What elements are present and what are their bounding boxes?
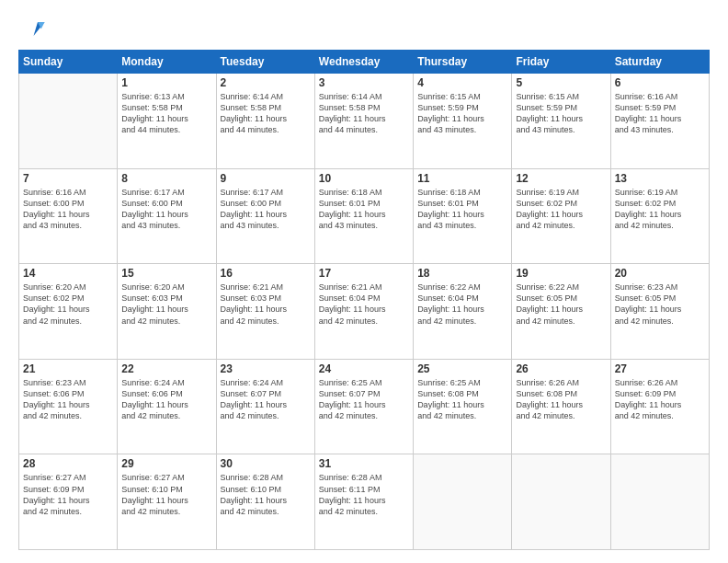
week-row-2: 7Sunrise: 6:16 AM Sunset: 6:00 PM Daylig… <box>19 168 710 264</box>
day-number: 9 <box>221 172 311 185</box>
calendar-table: SundayMondayTuesdayWednesdayThursdayFrid… <box>18 50 710 550</box>
calendar-cell: 4Sunrise: 6:15 AM Sunset: 5:59 PM Daylig… <box>414 74 512 169</box>
day-info: Sunrise: 6:28 AM Sunset: 6:10 PM Dayligh… <box>221 472 311 517</box>
calendar-cell: 27Sunrise: 6:26 AM Sunset: 6:09 PM Dayli… <box>610 359 709 454</box>
col-header-sunday: Sunday <box>19 51 118 74</box>
day-number: 1 <box>121 76 211 89</box>
calendar-cell: 8Sunrise: 6:17 AM Sunset: 6:00 PM Daylig… <box>118 168 216 264</box>
day-info: Sunrise: 6:25 AM Sunset: 6:07 PM Dayligh… <box>319 377 409 422</box>
day-number: 14 <box>23 267 113 280</box>
calendar-cell: 16Sunrise: 6:21 AM Sunset: 6:03 PM Dayli… <box>216 264 314 360</box>
day-number: 28 <box>23 457 113 470</box>
day-number: 18 <box>417 267 507 280</box>
col-header-tuesday: Tuesday <box>216 51 314 74</box>
week-row-5: 28Sunrise: 6:27 AM Sunset: 6:09 PM Dayli… <box>19 454 710 550</box>
day-number: 4 <box>417 76 507 89</box>
col-header-wednesday: Wednesday <box>314 51 413 74</box>
day-info: Sunrise: 6:13 AM Sunset: 5:58 PM Dayligh… <box>121 91 211 136</box>
day-info: Sunrise: 6:17 AM Sunset: 6:00 PM Dayligh… <box>221 187 311 232</box>
day-number: 24 <box>319 362 409 375</box>
week-row-3: 14Sunrise: 6:20 AM Sunset: 6:02 PM Dayli… <box>19 264 710 360</box>
calendar-cell: 22Sunrise: 6:24 AM Sunset: 6:06 PM Dayli… <box>118 359 216 454</box>
day-number: 30 <box>221 457 311 470</box>
day-number: 2 <box>221 76 311 89</box>
header <box>18 17 710 44</box>
col-header-saturday: Saturday <box>610 51 709 74</box>
day-number: 7 <box>23 172 113 185</box>
day-number: 27 <box>615 362 705 375</box>
day-info: Sunrise: 6:22 AM Sunset: 6:05 PM Dayligh… <box>516 282 606 327</box>
calendar-cell: 9Sunrise: 6:17 AM Sunset: 6:00 PM Daylig… <box>216 168 314 264</box>
calendar-cell: 5Sunrise: 6:15 AM Sunset: 5:59 PM Daylig… <box>512 74 610 169</box>
day-number: 31 <box>319 457 409 470</box>
calendar-cell: 19Sunrise: 6:22 AM Sunset: 6:05 PM Dayli… <box>512 264 610 360</box>
calendar-cell: 6Sunrise: 6:16 AM Sunset: 5:59 PM Daylig… <box>610 74 709 169</box>
day-number: 23 <box>221 362 311 375</box>
calendar-cell: 20Sunrise: 6:23 AM Sunset: 6:05 PM Dayli… <box>610 264 709 360</box>
day-info: Sunrise: 6:23 AM Sunset: 6:05 PM Dayligh… <box>615 282 705 327</box>
calendar-cell: 2Sunrise: 6:14 AM Sunset: 5:58 PM Daylig… <box>216 74 314 169</box>
calendar-cell: 13Sunrise: 6:19 AM Sunset: 6:02 PM Dayli… <box>610 168 709 264</box>
logo-icon <box>18 17 46 44</box>
calendar-cell: 30Sunrise: 6:28 AM Sunset: 6:10 PM Dayli… <box>216 454 314 550</box>
page: SundayMondayTuesdayWednesdayThursdayFrid… <box>0 0 728 563</box>
calendar-header-row: SundayMondayTuesdayWednesdayThursdayFrid… <box>19 51 710 74</box>
day-info: Sunrise: 6:15 AM Sunset: 5:59 PM Dayligh… <box>516 91 606 136</box>
day-number: 6 <box>615 76 705 89</box>
day-info: Sunrise: 6:14 AM Sunset: 5:58 PM Dayligh… <box>221 91 311 136</box>
day-number: 17 <box>319 267 409 280</box>
calendar-cell: 12Sunrise: 6:19 AM Sunset: 6:02 PM Dayli… <box>512 168 610 264</box>
calendar-cell: 21Sunrise: 6:23 AM Sunset: 6:06 PM Dayli… <box>19 359 118 454</box>
day-number: 10 <box>319 172 409 185</box>
calendar-cell <box>19 74 118 169</box>
day-number: 21 <box>23 362 113 375</box>
day-info: Sunrise: 6:18 AM Sunset: 6:01 PM Dayligh… <box>319 187 409 232</box>
day-info: Sunrise: 6:18 AM Sunset: 6:01 PM Dayligh… <box>417 187 507 232</box>
calendar-cell: 17Sunrise: 6:21 AM Sunset: 6:04 PM Dayli… <box>314 264 413 360</box>
day-number: 22 <box>121 362 211 375</box>
calendar-cell: 3Sunrise: 6:14 AM Sunset: 5:58 PM Daylig… <box>314 74 413 169</box>
day-info: Sunrise: 6:26 AM Sunset: 6:09 PM Dayligh… <box>615 377 705 422</box>
day-number: 11 <box>417 172 507 185</box>
week-row-4: 21Sunrise: 6:23 AM Sunset: 6:06 PM Dayli… <box>19 359 710 454</box>
calendar-cell: 1Sunrise: 6:13 AM Sunset: 5:58 PM Daylig… <box>118 74 216 169</box>
day-info: Sunrise: 6:25 AM Sunset: 6:08 PM Dayligh… <box>417 377 507 422</box>
day-number: 19 <box>516 267 606 280</box>
calendar-cell <box>610 454 709 550</box>
calendar-cell: 29Sunrise: 6:27 AM Sunset: 6:10 PM Dayli… <box>118 454 216 550</box>
calendar-cell: 24Sunrise: 6:25 AM Sunset: 6:07 PM Dayli… <box>314 359 413 454</box>
day-number: 13 <box>615 172 705 185</box>
day-number: 16 <box>221 267 311 280</box>
col-header-friday: Friday <box>512 51 610 74</box>
day-info: Sunrise: 6:24 AM Sunset: 6:06 PM Dayligh… <box>121 377 211 422</box>
calendar-cell: 10Sunrise: 6:18 AM Sunset: 6:01 PM Dayli… <box>314 168 413 264</box>
week-row-1: 1Sunrise: 6:13 AM Sunset: 5:58 PM Daylig… <box>19 74 710 169</box>
day-info: Sunrise: 6:17 AM Sunset: 6:00 PM Dayligh… <box>121 187 211 232</box>
calendar-cell: 25Sunrise: 6:25 AM Sunset: 6:08 PM Dayli… <box>414 359 512 454</box>
day-info: Sunrise: 6:21 AM Sunset: 6:03 PM Dayligh… <box>221 282 311 327</box>
day-number: 29 <box>121 457 211 470</box>
day-info: Sunrise: 6:24 AM Sunset: 6:07 PM Dayligh… <box>221 377 311 422</box>
day-info: Sunrise: 6:15 AM Sunset: 5:59 PM Dayligh… <box>417 91 507 136</box>
calendar-cell: 14Sunrise: 6:20 AM Sunset: 6:02 PM Dayli… <box>19 264 118 360</box>
calendar-cell: 31Sunrise: 6:28 AM Sunset: 6:11 PM Dayli… <box>314 454 413 550</box>
day-info: Sunrise: 6:27 AM Sunset: 6:09 PM Dayligh… <box>23 472 113 517</box>
calendar-cell: 28Sunrise: 6:27 AM Sunset: 6:09 PM Dayli… <box>19 454 118 550</box>
day-number: 25 <box>417 362 507 375</box>
day-info: Sunrise: 6:21 AM Sunset: 6:04 PM Dayligh… <box>319 282 409 327</box>
day-info: Sunrise: 6:19 AM Sunset: 6:02 PM Dayligh… <box>516 187 606 232</box>
calendar-cell <box>512 454 610 550</box>
logo <box>18 17 50 44</box>
day-number: 26 <box>516 362 606 375</box>
day-info: Sunrise: 6:23 AM Sunset: 6:06 PM Dayligh… <box>23 377 113 422</box>
calendar-cell: 11Sunrise: 6:18 AM Sunset: 6:01 PM Dayli… <box>414 168 512 264</box>
day-info: Sunrise: 6:16 AM Sunset: 5:59 PM Dayligh… <box>615 91 705 136</box>
day-number: 15 <box>121 267 211 280</box>
day-number: 3 <box>319 76 409 89</box>
day-info: Sunrise: 6:22 AM Sunset: 6:04 PM Dayligh… <box>417 282 507 327</box>
day-number: 8 <box>121 172 211 185</box>
col-header-thursday: Thursday <box>414 51 512 74</box>
day-number: 5 <box>516 76 606 89</box>
day-info: Sunrise: 6:20 AM Sunset: 6:02 PM Dayligh… <box>23 282 113 327</box>
day-info: Sunrise: 6:16 AM Sunset: 6:00 PM Dayligh… <box>23 187 113 232</box>
